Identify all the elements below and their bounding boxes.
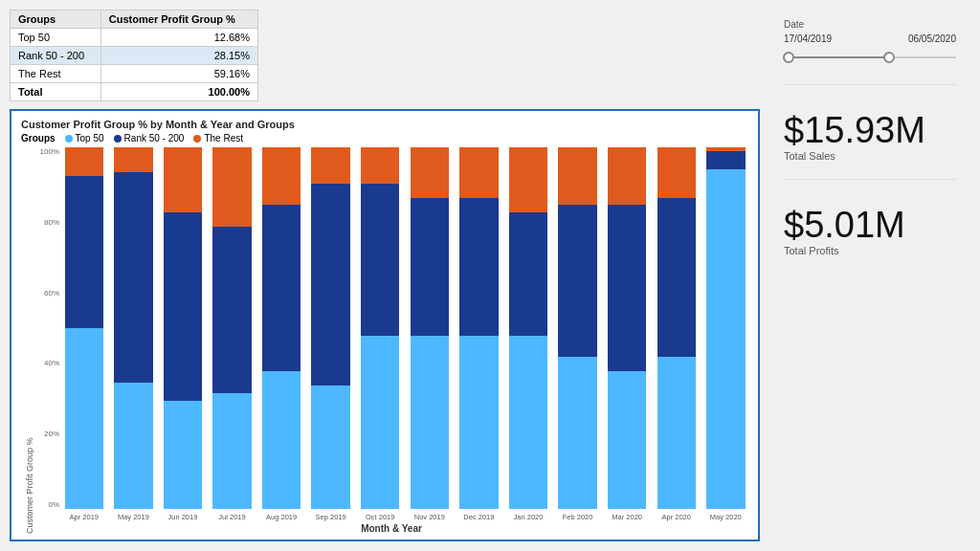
total-profits-label: Total Profits <box>784 245 905 256</box>
date-label: Date <box>784 19 956 30</box>
y-axis-label: Customer Profit Group % <box>21 147 34 534</box>
x-label: Apr 2019 <box>61 513 107 521</box>
bar-segment-rank <box>361 184 399 336</box>
bar-segment-rank <box>212 227 251 393</box>
summary-table: Groups Customer Profit Group % Top 5012.… <box>10 10 258 101</box>
bar-group <box>505 147 551 509</box>
bar-stack <box>706 147 745 509</box>
bar-segment-top50 <box>212 393 251 509</box>
date-values: 17/04/2019 06/05/2020 <box>784 33 956 44</box>
total-sales-label: Total Sales <box>784 150 925 162</box>
main-container: Groups Customer Profit Group % Top 5012.… <box>0 0 980 551</box>
bar-segment-rank <box>558 205 596 357</box>
bar-segment-top50 <box>65 328 103 509</box>
chart-title: Customer Profit Group % by Month & Year … <box>21 119 748 130</box>
col-header-groups: Groups <box>11 11 101 29</box>
bar-segment-rank <box>411 198 449 336</box>
total-profits-value: $5.01M <box>784 207 905 243</box>
legend-label: Top 50 <box>76 133 104 143</box>
slider-handle-right[interactable] <box>883 52 895 63</box>
bar-group <box>457 147 502 509</box>
bar-stack <box>459 147 498 509</box>
legend-dot <box>193 135 201 143</box>
legend-label: Rank 50 - 200 <box>124 133 185 143</box>
bar-segment-rank <box>706 151 745 169</box>
y-tick-label: 20% <box>34 430 61 438</box>
x-label: Nov 2019 <box>407 513 453 521</box>
bar-segment-rest <box>65 147 103 176</box>
table-cell-value: 28.15% <box>100 47 257 65</box>
bar-segment-rank <box>164 212 202 401</box>
bar-segment-rest <box>212 147 251 227</box>
bar-segment-rank <box>459 198 498 336</box>
bar-segment-top50 <box>706 169 745 509</box>
bar-group <box>604 147 650 509</box>
x-label: Dec 2019 <box>457 513 502 521</box>
y-tick-label: 0% <box>34 500 61 509</box>
table-cell-value: 100.00% <box>100 83 257 101</box>
bar-stack <box>262 147 301 509</box>
y-tick-label: 100% <box>34 147 61 156</box>
legend-label: The Rest <box>204 133 243 143</box>
bar-segment-rank <box>608 205 646 371</box>
date-slider[interactable] <box>784 48 956 67</box>
y-tick-label: 80% <box>34 218 61 227</box>
bar-stack <box>361 147 399 509</box>
slider-handle-left[interactable] <box>783 52 794 63</box>
bar-stack <box>657 147 696 509</box>
bar-stack <box>411 147 449 509</box>
legend-dot <box>65 135 73 143</box>
x-label: Sep 2019 <box>308 513 354 521</box>
bar-segment-rest <box>262 147 301 205</box>
bar-segment-rest <box>558 147 596 205</box>
y-tick-label: 60% <box>34 289 61 298</box>
bar-group <box>357 147 403 509</box>
bar-segment-top50 <box>509 336 547 509</box>
chart-legend: Groups Top 50Rank 50 - 200The Rest <box>21 133 748 143</box>
x-label: Oct 2019 <box>357 513 403 521</box>
chart-area: Customer Profit Group % 0%20%40%60%80%10… <box>21 147 748 534</box>
x-label: Aug 2019 <box>258 513 304 521</box>
x-label: Jul 2019 <box>210 513 256 521</box>
y-tick-label: 40% <box>34 359 61 367</box>
table-cell-group: Rank 50 - 200 <box>11 47 101 65</box>
bar-segment-top50 <box>657 357 696 509</box>
bar-group <box>111 147 157 509</box>
bar-stack <box>509 147 547 509</box>
bar-stack <box>608 147 646 509</box>
bar-segment-top50 <box>608 371 646 509</box>
bar-segment-rest <box>164 147 202 212</box>
date-start: 17/04/2019 <box>784 33 832 44</box>
bar-segment-top50 <box>459 336 498 509</box>
bar-segment-rest <box>459 147 498 198</box>
bar-group <box>555 147 601 509</box>
bar-stack <box>212 147 251 509</box>
table-cell-group: The Rest <box>11 65 101 83</box>
x-axis-title: Month & Year <box>34 523 748 534</box>
bar-segment-rest <box>608 147 646 205</box>
bar-stack <box>558 147 596 509</box>
date-section: Date 17/04/2019 06/05/2020 <box>784 19 956 67</box>
slider-range <box>784 56 887 58</box>
bar-segment-rest <box>411 147 449 198</box>
bar-stack <box>65 147 103 509</box>
divider-1 <box>784 84 956 85</box>
bar-group <box>308 147 354 509</box>
bar-segment-rest <box>509 147 547 212</box>
bar-group <box>407 147 453 509</box>
date-end: 06/05/2020 <box>908 33 956 44</box>
bar-segment-rank <box>311 184 349 386</box>
x-label: Mar 2020 <box>604 513 650 521</box>
legend-item: Rank 50 - 200 <box>114 133 185 143</box>
bar-segment-top50 <box>311 386 349 509</box>
legend-groups-label: Groups <box>21 133 56 143</box>
bar-segment-rank <box>114 172 152 382</box>
metric-total-profits: $5.01M Total Profits <box>784 207 905 256</box>
bar-stack <box>164 147 202 509</box>
col-header-pct: Customer Profit Group % <box>100 11 257 29</box>
total-sales-value: $15.93M <box>784 112 925 148</box>
table-cell-group: Top 50 <box>11 29 101 47</box>
chart-container: Customer Profit Group % by Month & Year … <box>10 109 760 541</box>
bar-segment-rank <box>65 176 103 328</box>
x-label: May 2020 <box>703 513 749 521</box>
